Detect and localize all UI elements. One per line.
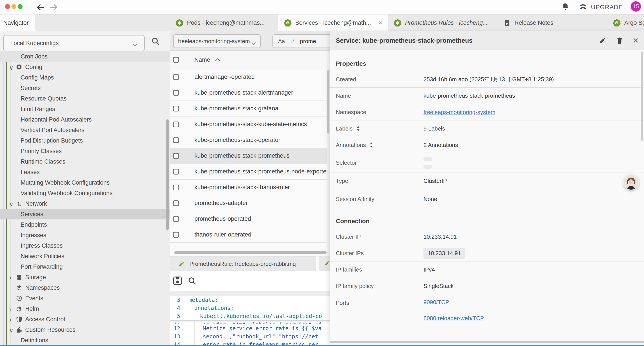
chevron-icon[interactable] (9, 117, 14, 122)
chevron-icon[interactable] (9, 338, 14, 343)
sidebar-item[interactable]: Services (0, 209, 170, 219)
row-checkbox[interactable] (173, 153, 179, 159)
app-tab[interactable]: Release Notes (497, 14, 607, 31)
sidebar-item[interactable]: Validating Webhook Configurations (0, 188, 170, 198)
minimize-window-button[interactable] (12, 4, 16, 9)
annotations-value[interactable]: 2 Annotations (424, 142, 458, 148)
code-link[interactable]: https://net (282, 333, 318, 340)
row-checkbox[interactable] (173, 232, 179, 238)
table-row[interactable]: thanos-ruler-operated (170, 227, 330, 243)
row-checkbox[interactable] (173, 185, 179, 190)
chevron-icon[interactable] (9, 106, 14, 112)
close-icon[interactable]: × (633, 37, 638, 44)
sidebar-item[interactable]: Cron Jobs (0, 51, 170, 62)
chevron-icon[interactable] (9, 85, 14, 91)
upgrade-button[interactable]: UPGRADE (578, 2, 623, 13)
detail-scrollbar-thumb[interactable] (641, 51, 643, 141)
match-case-toggle[interactable]: Aa (278, 38, 285, 44)
row-checkbox[interactable] (173, 169, 179, 175)
sidebar-item[interactable]: Secrets (0, 83, 170, 93)
horizontal-scrollbar-thumb[interactable] (174, 251, 326, 254)
table-row[interactable]: alertmanager-operated (170, 69, 330, 85)
search-icon[interactable] (151, 37, 160, 46)
notification-count-badge[interactable]: 15 (631, 1, 641, 11)
chevron-icon[interactable] (9, 212, 14, 217)
list-scrollbar-thumb[interactable] (327, 70, 330, 134)
chevron-icon[interactable] (9, 264, 14, 269)
chevron-icon[interactable] (9, 254, 14, 259)
edit-pencil-icon[interactable] (599, 37, 606, 44)
sidebar-item[interactable]: Resource Quotas (0, 93, 170, 104)
sidebar-item[interactable]: Pod Disruption Budgets (0, 135, 170, 146)
table-row[interactable]: kube-prometheus-stack-operator (170, 132, 330, 148)
app-tab[interactable]: Services - icecheng@math... × (278, 14, 388, 31)
sidebar-item[interactable]: Storage (0, 272, 170, 283)
sidebar-item[interactable]: Leases (0, 167, 170, 177)
sidebar-item[interactable]: Runtime Classes (0, 156, 170, 167)
chevron-icon[interactable] (9, 191, 14, 196)
editor-search-icon[interactable] (188, 277, 196, 285)
port-link[interactable]: 9090/TCP (424, 299, 449, 306)
row-checkbox[interactable] (173, 74, 179, 80)
close-window-button[interactable] (5, 4, 10, 9)
back-arrow-icon[interactable] (36, 2, 46, 12)
row-checkbox[interactable] (173, 106, 179, 111)
chevron-icon[interactable] (9, 201, 14, 206)
sidebar-item[interactable]: Network (0, 198, 170, 209)
regex-toggle[interactable]: .* (291, 38, 294, 44)
chevron-icon[interactable] (9, 327, 14, 333)
detail-horizontal-scrollbar[interactable] (330, 341, 644, 343)
chevron-icon[interactable] (9, 285, 14, 290)
labels-value[interactable]: 9 Labels (424, 125, 445, 132)
sidebar-item[interactable]: Ingresses (0, 230, 170, 240)
table-row[interactable]: kube-prometheus-stack-prometheus-node-ex… (170, 164, 330, 180)
table-row[interactable]: prometheus-operated (170, 211, 330, 227)
sidebar-item[interactable]: Limit Ranges (0, 104, 170, 114)
chevron-icon[interactable] (9, 296, 14, 301)
notifications-bell-icon[interactable] (561, 2, 570, 12)
sidebar-item[interactable]: Mutating Webhook Configurations (0, 177, 170, 188)
app-tab[interactable]: Prometheus Rules - icecheng... (388, 14, 497, 31)
row-checkbox[interactable] (173, 137, 179, 143)
namespace-link[interactable]: freeleaps-monitoring-system (424, 109, 496, 116)
navigator-tab[interactable]: Navigator (0, 14, 35, 31)
select-all-checkbox[interactable] (173, 57, 179, 63)
avatar[interactable] (623, 174, 639, 191)
zoom-window-button[interactable] (18, 4, 22, 9)
chevron-icon[interactable] (9, 180, 14, 185)
save-button[interactable] (173, 276, 182, 287)
tab-close-icon[interactable]: × (378, 19, 383, 27)
sidebar-item[interactable]: Horizontal Pod Autoscalers (0, 114, 170, 125)
chevron-icon[interactable] (9, 159, 14, 164)
table-row[interactable]: kube-prometheus-stack-thanos-ruler (170, 180, 330, 195)
chevron-icon[interactable] (9, 96, 14, 101)
kubeconfig-select[interactable]: Local Kubeconfigs (3, 35, 145, 51)
chevron-icon[interactable] (9, 233, 14, 238)
row-checkbox[interactable] (173, 216, 179, 222)
forward-arrow-icon[interactable] (49, 2, 58, 12)
sidebar-item[interactable]: Namespaces (0, 283, 170, 293)
chevron-icon[interactable] (9, 275, 14, 280)
row-checkbox[interactable] (173, 200, 179, 206)
chevron-icon[interactable] (9, 306, 14, 311)
sort-updown-icon[interactable] (356, 126, 360, 131)
chevron-icon[interactable] (9, 64, 14, 70)
sidebar-item[interactable]: Config Maps (0, 72, 170, 83)
sidebar-item[interactable]: Definitions (0, 335, 170, 345)
chevron-icon[interactable] (9, 138, 14, 143)
chevron-icon[interactable] (9, 148, 14, 154)
sidebar-item[interactable]: Config (0, 62, 170, 72)
sidebar-item[interactable]: Endpoints (0, 219, 170, 230)
sort-updown-icon[interactable] (369, 142, 373, 148)
port-link[interactable]: 8080:reloader-web/TCP (424, 315, 484, 322)
sidebar-item[interactable]: Events (0, 293, 170, 304)
chevron-icon[interactable] (9, 243, 14, 248)
name-column-header[interactable]: Name (194, 56, 220, 63)
sidebar-item[interactable]: Access Control (0, 314, 170, 325)
trash-icon[interactable] (616, 37, 624, 44)
sidebar-item[interactable]: Network Policies (0, 251, 170, 262)
document-tab[interactable]: PrometheusRule: freeleaps-prod-rabbitmq (170, 256, 319, 271)
row-checkbox[interactable] (173, 90, 179, 96)
document-tab-partial[interactable] (322, 256, 330, 271)
chevron-icon[interactable] (9, 75, 14, 80)
